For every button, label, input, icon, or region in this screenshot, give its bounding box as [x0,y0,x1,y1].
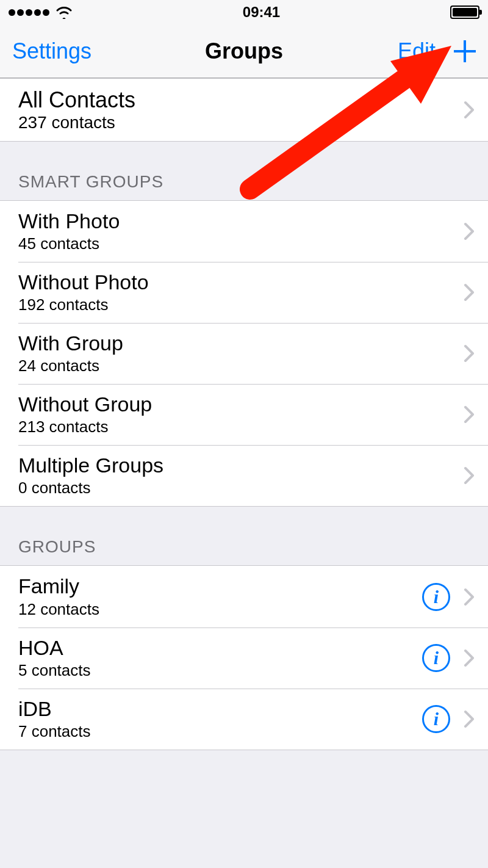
list-item-title: HOA [18,636,422,660]
list-item-subtitle: 0 contacts [18,479,464,497]
chevron-right-icon [464,283,475,302]
list-item-title: Without Group [18,392,464,416]
all-contacts-subtitle: 237 contacts [18,113,464,132]
info-button[interactable]: i [422,644,450,672]
list-item[interactable]: iDB 7 contacts i [0,689,488,750]
chevron-right-icon [464,344,475,363]
list-item[interactable]: With Group 24 contacts [0,323,488,384]
list-item-subtitle: 192 contacts [18,295,464,314]
status-left [9,5,73,19]
list-item-title: With Group [18,331,464,355]
wifi-icon [56,5,73,19]
info-icon: i [434,648,439,668]
signal-dots-icon [9,9,49,16]
section-header-groups: GROUPS [0,507,488,565]
list-item[interactable]: Without Group 213 contacts [0,384,488,445]
list-item-title: Without Photo [18,270,464,294]
list-item-subtitle: 5 contacts [18,661,422,680]
list-item-title: Multiple Groups [18,454,464,477]
nav-back-label: Settings [12,38,92,64]
nav-bar: Settings Groups Edit [0,24,488,78]
groups-list: Family 12 contacts i HOA 5 contacts i iD… [0,565,488,750]
chevron-right-icon [464,466,475,485]
list-item[interactable]: With Photo 45 contacts [0,201,488,262]
list-item[interactable]: Multiple Groups 0 contacts [0,445,488,506]
info-icon: i [434,709,439,729]
list-item-title: iDB [18,697,422,721]
status-bar: 09:41 [0,0,488,24]
list-item-subtitle: 7 contacts [18,722,422,741]
list-item[interactable]: Without Photo 192 contacts [0,262,488,323]
smart-groups-list: With Photo 45 contacts Without Photo 192… [0,200,488,507]
nav-back-button[interactable]: Settings [12,38,92,64]
chevron-right-icon [464,222,475,241]
list-item-subtitle: 213 contacts [18,418,464,436]
chevron-right-icon [464,710,475,728]
add-button[interactable] [454,40,476,62]
chevron-right-icon [464,405,475,424]
battery-icon [450,5,479,19]
list-item-subtitle: 45 contacts [18,234,464,253]
chevron-right-icon [464,588,475,606]
chevron-right-icon [464,649,475,667]
list-item[interactable]: HOA 5 contacts i [0,627,488,689]
edit-button[interactable]: Edit [398,38,436,64]
info-button[interactable]: i [422,705,450,733]
plus-icon [454,40,476,62]
all-contacts-row[interactable]: All Contacts 237 contacts [0,78,488,142]
info-button[interactable]: i [422,583,450,611]
info-icon: i [434,587,439,607]
section-header-smart-groups: SMART GROUPS [0,142,488,200]
list-item-subtitle: 24 contacts [18,356,464,375]
list-item-title: With Photo [18,209,464,233]
status-time: 09:41 [243,4,280,21]
list-item-title: Family [18,574,422,598]
list-item-subtitle: 12 contacts [18,600,422,619]
status-right [450,5,479,19]
list-item[interactable]: Family 12 contacts i [0,566,488,627]
chevron-right-icon [464,101,475,119]
all-contacts-title: All Contacts [18,87,464,113]
